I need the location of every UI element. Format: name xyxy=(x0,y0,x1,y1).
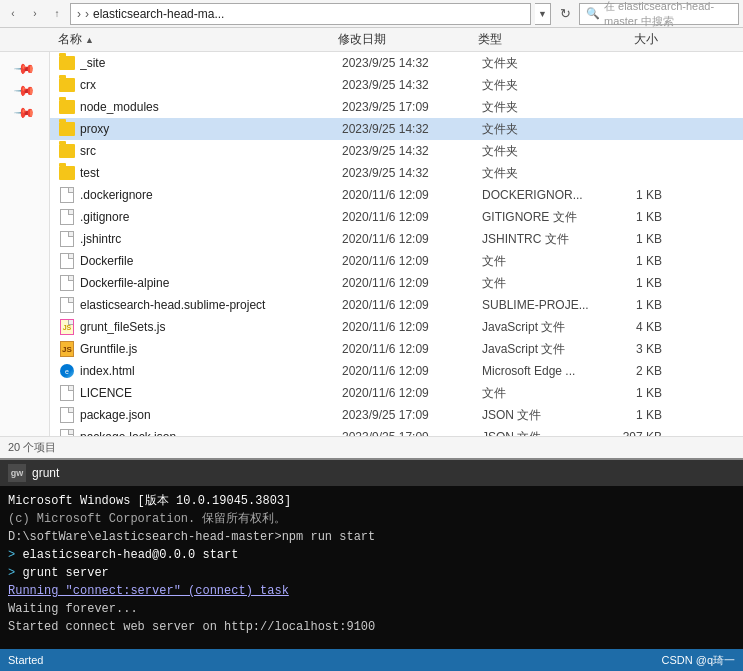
table-row[interactable]: e index.html 2020/11/6 12:09 Microsoft E… xyxy=(50,360,743,382)
terminal-app-icon: gw xyxy=(8,464,26,482)
table-row[interactable]: .jshintrc 2020/11/6 12:09 JSHINTRC 文件 1 … xyxy=(50,228,743,250)
file-name: LICENCE xyxy=(80,386,342,400)
file-name: test xyxy=(80,166,342,180)
file-icon-wrapper xyxy=(58,230,76,248)
file-icon xyxy=(60,385,74,401)
col-name-header[interactable]: 名称 ▲ xyxy=(58,31,338,48)
terminal-line: Started connect web server on http://loc… xyxy=(8,618,735,636)
js-file-icon: JS xyxy=(60,319,74,335)
file-type: JSON 文件 xyxy=(482,407,602,424)
file-date: 2020/11/6 12:09 xyxy=(342,276,482,290)
address-dropdown[interactable]: ▼ xyxy=(535,3,551,25)
terminal-line: Running "connect:server" (connect) task xyxy=(8,582,735,600)
terminal-branding: CSDN @q琦一 xyxy=(661,653,735,668)
file-date: 2023/9/25 14:32 xyxy=(342,56,482,70)
file-name: proxy xyxy=(80,122,342,136)
pin-icon-2: 📌 xyxy=(13,78,36,101)
table-row[interactable]: .dockerignore 2020/11/6 12:09 DOCKERIGNO… xyxy=(50,184,743,206)
folder-icon xyxy=(59,78,75,92)
terminal-footer: Started CSDN @q琦一 xyxy=(0,649,743,671)
file-icon-wrapper xyxy=(58,208,76,226)
address-path[interactable]: › › elasticsearch-head-ma... xyxy=(70,3,531,25)
file-icon-wrapper xyxy=(58,428,76,436)
file-name: Gruntfile.js xyxy=(80,342,342,356)
file-type: DOCKERIGNOR... xyxy=(482,188,602,202)
file-icon xyxy=(60,429,74,436)
table-row[interactable]: elasticsearch-head.sublime-project 2020/… xyxy=(50,294,743,316)
quick-access-panel: 📌 📌 📌 xyxy=(0,52,50,436)
file-icon-wrapper xyxy=(58,252,76,270)
table-row[interactable]: JS grunt_fileSets.js 2020/11/6 12:09 Jav… xyxy=(50,316,743,338)
file-size: 1 KB xyxy=(602,298,662,312)
file-icon-wrapper xyxy=(58,54,76,72)
table-row[interactable]: node_modules 2023/9/25 17:09 文件夹 xyxy=(50,96,743,118)
file-type: 文件 xyxy=(482,385,602,402)
file-icon-wrapper xyxy=(58,164,76,182)
col-size-header[interactable]: 大小 xyxy=(598,31,658,48)
file-date: 2020/11/6 12:09 xyxy=(342,364,482,378)
file-name: Dockerfile-alpine xyxy=(80,276,342,290)
back-button[interactable]: ‹ xyxy=(4,5,22,23)
table-row[interactable]: proxy 2023/9/25 14:32 文件夹 xyxy=(50,118,743,140)
file-size: 1 KB xyxy=(602,254,662,268)
file-name: package.json xyxy=(80,408,342,422)
file-date: 2023/9/25 14:32 xyxy=(342,166,482,180)
file-type: SUBLIME-PROJE... xyxy=(482,298,602,312)
file-type: 文件夹 xyxy=(482,121,602,138)
sort-icon: ▲ xyxy=(85,35,94,45)
file-date: 2023/9/25 17:09 xyxy=(342,100,482,114)
file-icon-wrapper xyxy=(58,186,76,204)
grunt-file-icon: JS xyxy=(60,341,74,357)
file-date: 2020/11/6 12:09 xyxy=(342,320,482,334)
table-row[interactable]: src 2023/9/25 14:32 文件夹 xyxy=(50,140,743,162)
file-type: JavaScript 文件 xyxy=(482,319,602,336)
refresh-button[interactable]: ↻ xyxy=(555,4,575,24)
file-icon-wrapper: JS xyxy=(58,318,76,336)
terminal-title-bar: gw grunt xyxy=(0,460,743,486)
table-row[interactable]: crx 2023/9/25 14:32 文件夹 xyxy=(50,74,743,96)
col-date-header[interactable]: 修改日期 xyxy=(338,31,478,48)
file-name: .dockerignore xyxy=(80,188,342,202)
explorer-status-bar: 20 个项目 xyxy=(0,436,743,458)
file-name: Dockerfile xyxy=(80,254,342,268)
file-icon-wrapper xyxy=(58,142,76,160)
terminal-line: > grunt server xyxy=(8,564,735,582)
col-type-header[interactable]: 类型 xyxy=(478,31,598,48)
file-icon xyxy=(60,253,74,269)
file-type: 文件夹 xyxy=(482,99,602,116)
up-button[interactable]: ↑ xyxy=(48,5,66,23)
file-name: .gitignore xyxy=(80,210,342,224)
file-date: 2023/9/25 14:32 xyxy=(342,144,482,158)
terminal-line: (c) Microsoft Corporation. 保留所有权利。 xyxy=(8,510,735,528)
file-date: 2020/11/6 12:09 xyxy=(342,232,482,246)
forward-button[interactable]: › xyxy=(26,5,44,23)
folder-icon xyxy=(59,144,75,158)
file-type: 文件 xyxy=(482,253,602,270)
terminal-body[interactable]: Microsoft Windows [版本 10.0.19045.3803](c… xyxy=(0,486,743,649)
file-type: JavaScript 文件 xyxy=(482,341,602,358)
table-row[interactable]: .gitignore 2020/11/6 12:09 GITIGNORE 文件 … xyxy=(50,206,743,228)
table-row[interactable]: Dockerfile 2020/11/6 12:09 文件 1 KB xyxy=(50,250,743,272)
table-row[interactable]: LICENCE 2020/11/6 12:09 文件 1 KB xyxy=(50,382,743,404)
table-row[interactable]: package-lock.json 2023/9/25 17:09 JSON 文… xyxy=(50,426,743,436)
file-icon-wrapper xyxy=(58,76,76,94)
terminal-line: > elasticsearch-head@0.0.0 start xyxy=(8,546,735,564)
file-icon-wrapper xyxy=(58,98,76,116)
file-name: src xyxy=(80,144,342,158)
file-icon-wrapper xyxy=(58,120,76,138)
file-icon-wrapper: JS xyxy=(58,340,76,358)
table-row[interactable]: _site 2023/9/25 14:32 文件夹 xyxy=(50,52,743,74)
file-icon xyxy=(60,297,74,313)
table-row[interactable]: test 2023/9/25 14:32 文件夹 xyxy=(50,162,743,184)
file-type: 文件夹 xyxy=(482,77,602,94)
terminal-line: Waiting forever... xyxy=(8,600,735,618)
file-type: 文件夹 xyxy=(482,143,602,160)
file-size: 4 KB xyxy=(602,320,662,334)
table-row[interactable]: Dockerfile-alpine 2020/11/6 12:09 文件 1 K… xyxy=(50,272,743,294)
search-box[interactable]: 🔍 在 elasticsearch-head-master 中搜索 xyxy=(579,3,739,25)
file-size: 1 KB xyxy=(602,232,662,246)
table-row[interactable]: package.json 2023/9/25 17:09 JSON 文件 1 K… xyxy=(50,404,743,426)
table-row[interactable]: JS Gruntfile.js 2020/11/6 12:09 JavaScri… xyxy=(50,338,743,360)
terminal-status: Started xyxy=(8,654,43,666)
file-type: GITIGNORE 文件 xyxy=(482,209,602,226)
